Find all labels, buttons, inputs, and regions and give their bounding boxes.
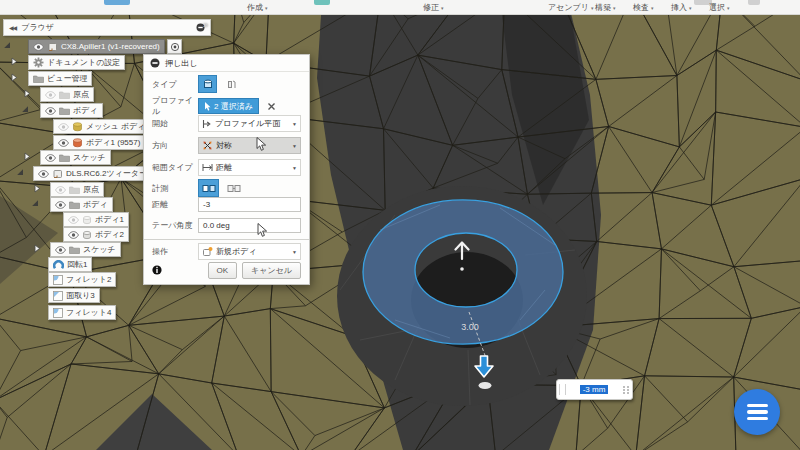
tree-row-7[interactable]: スケッチ	[40, 150, 111, 165]
tree-row-1[interactable]: ドキュメントの設定	[28, 55, 125, 70]
tree-row-6[interactable]: ボディ1 (9557)	[53, 135, 145, 150]
tree-expand-arrow[interactable]	[24, 89, 31, 98]
menu-2[interactable]: 修正▾	[423, 2, 444, 13]
tree-row-9[interactable]: 原点	[50, 182, 104, 197]
taper-input[interactable]: 0.0 deg	[198, 218, 301, 233]
menu-1[interactable]: 作成▾	[247, 2, 268, 13]
tree-row-17[interactable]: フィレット4	[48, 305, 116, 320]
visibility-eye-icon[interactable]	[58, 139, 69, 147]
panel-overflow-chevron[interactable]: »	[203, 20, 208, 30]
tree-item-label: スケッチ	[83, 244, 116, 255]
tree-row-3[interactable]: 原点	[40, 87, 94, 102]
folder-icon	[69, 200, 80, 209]
taper-value: 0.0 deg	[203, 221, 230, 230]
tree-row-2[interactable]: ビュー管理	[28, 71, 92, 86]
tree-row-5[interactable]: メッシュ ボディ1	[53, 119, 155, 134]
collapse-panel-icon[interactable]: ◀◀	[9, 24, 16, 31]
dimension-input-box[interactable]: -3 mm	[556, 379, 633, 400]
tree-row-14[interactable]: 回転1	[48, 257, 92, 272]
visibility-eye-icon[interactable]	[55, 186, 66, 194]
extent-label: 範囲タイプ	[152, 162, 198, 173]
marking-menu-button[interactable]	[734, 389, 780, 435]
folder-icon	[59, 153, 70, 162]
chamfer-icon	[53, 291, 63, 301]
fillet-feature-icon	[53, 308, 63, 318]
distance-value: -3	[203, 200, 210, 209]
tree-row-0[interactable]: CX8.Apiller1 (v1-recovered)	[28, 39, 165, 54]
manipulator-origin-dot[interactable]	[479, 382, 492, 389]
menu-caret-icon: ▾	[591, 5, 594, 11]
dimension-input-field[interactable]: -3 mm	[568, 385, 620, 394]
tree-row-15[interactable]: フィレット2	[48, 272, 116, 287]
tree-expand-arrow[interactable]	[34, 244, 41, 253]
ok-button[interactable]: OK	[208, 262, 238, 279]
mesh-body-icon	[72, 122, 83, 132]
visibility-eye-icon[interactable]	[33, 43, 44, 51]
tree-row-4[interactable]: ボディ	[40, 103, 103, 118]
tree-expand-arrow[interactable]	[11, 73, 18, 82]
start-dropdown[interactable]: プロファイル平面 ▼	[198, 115, 301, 132]
model-ring[interactable]: 3.00	[337, 186, 587, 406]
type-solid-extrude-button[interactable]	[198, 75, 217, 93]
dialog-footer: OK キャンセル	[152, 262, 301, 278]
menu-label: 選択	[709, 2, 725, 13]
menu-7[interactable]: 選択▾	[709, 2, 730, 13]
clear-selection-icon[interactable]	[267, 102, 276, 111]
visibility-eye-icon[interactable]	[68, 231, 79, 239]
visibility-eye-icon[interactable]	[45, 107, 56, 115]
distance-input[interactable]: -3	[198, 197, 301, 212]
select-cursor-icon	[204, 102, 211, 111]
tree-row-13[interactable]: スケッチ	[50, 242, 121, 257]
activate-component-icon	[170, 42, 180, 52]
visibility-eye-icon[interactable]	[38, 170, 49, 178]
visibility-eye-icon[interactable]	[45, 91, 56, 99]
tree-row-8[interactable]: DLS.RC6.2ツィーター∨	[33, 166, 160, 181]
visibility-eye-icon[interactable]	[68, 216, 79, 224]
tree-collapse-arrow[interactable]	[16, 168, 24, 176]
tree-item-label: ドキュメントの設定	[47, 57, 120, 68]
cancel-button[interactable]: キャンセル	[242, 262, 301, 279]
tree-item-label: 回転1	[67, 259, 87, 270]
component-icon	[52, 169, 63, 179]
info-icon[interactable]	[152, 265, 162, 275]
tree-expand-arrow[interactable]	[11, 57, 18, 66]
drag-grip[interactable]	[559, 384, 566, 395]
tree-row-10[interactable]: ボディ	[50, 197, 113, 212]
operation-dropdown[interactable]: 新規ボディ ▼	[198, 243, 301, 260]
fillet-icon	[53, 308, 63, 318]
menu-6[interactable]: 挿入▾	[671, 2, 692, 13]
tree-row-16[interactable]: 面取り3	[48, 288, 100, 303]
tree-expand-arrow[interactable]	[34, 184, 41, 193]
folder-icon	[59, 90, 70, 99]
tree-collapse-arrow[interactable]	[3, 41, 11, 49]
visibility-eye-icon[interactable]	[55, 246, 66, 254]
dimension-handle-dots[interactable]	[622, 386, 630, 394]
taper-label: テーパ角度	[152, 220, 198, 231]
activate-component-radio[interactable]	[167, 39, 182, 54]
extent-dropdown[interactable]: 距離 ▼	[198, 159, 301, 176]
fillet-feature-icon	[53, 275, 63, 285]
menu-5[interactable]: 検査▾	[633, 2, 654, 13]
collapse-arrow-icon	[16, 168, 24, 176]
visibility-eye-icon[interactable]	[55, 201, 66, 209]
browser-panel-header[interactable]: ◀◀ ブラウザ	[3, 19, 211, 36]
menu-4[interactable]: 構築▾	[595, 2, 616, 13]
tree-collapse-arrow[interactable]	[21, 105, 29, 113]
profile-selection-chip[interactable]: 2 選択済み	[198, 98, 259, 114]
menu-label: 検査	[633, 2, 649, 13]
visibility-eye-icon[interactable]	[58, 123, 69, 131]
menu-3[interactable]: アセンブリ▾	[548, 2, 593, 13]
visibility-eye-icon[interactable]	[45, 154, 56, 162]
tree-row-12[interactable]: ボディ2	[63, 227, 129, 242]
direction-dropdown[interactable]: 対称 ▼	[198, 137, 301, 154]
tree-expand-arrow[interactable]	[24, 152, 31, 161]
tree-collapse-arrow[interactable]	[31, 199, 39, 207]
body-orange-icon	[72, 138, 83, 148]
measure-half-length-button[interactable]	[198, 179, 219, 197]
dialog-header[interactable]: 押し出し	[144, 55, 309, 72]
revolve-feature-icon	[53, 260, 64, 270]
type-thin-extrude-button[interactable]	[221, 75, 240, 93]
tree-row-11[interactable]: ボディ1	[63, 212, 129, 227]
measure-whole-length-button[interactable]	[223, 179, 244, 197]
folder-icon	[69, 200, 80, 209]
